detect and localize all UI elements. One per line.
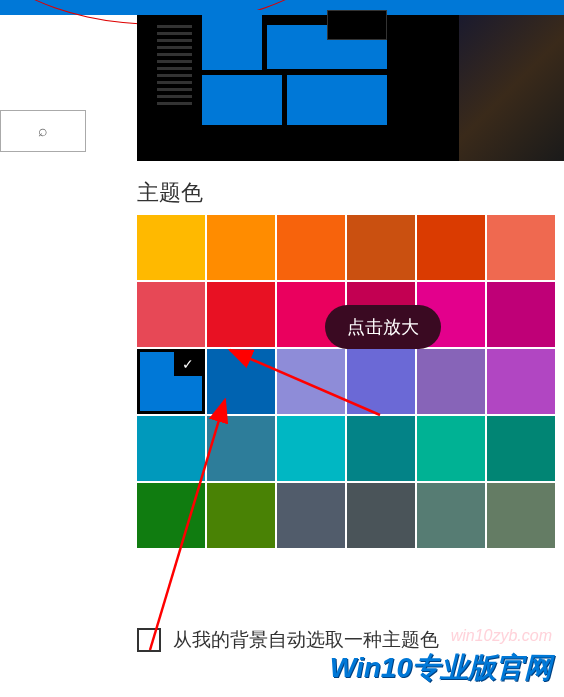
watermark-url: win10zyb.com	[451, 627, 552, 645]
color-swatch[interactable]	[487, 282, 555, 347]
preview-wallpaper	[459, 15, 564, 161]
auto-pick-color-checkbox[interactable]	[137, 628, 161, 652]
color-swatch[interactable]	[417, 483, 485, 548]
color-swatch[interactable]	[417, 349, 485, 414]
top-accent-bar	[0, 0, 564, 15]
color-swatch[interactable]: ✓	[137, 349, 205, 414]
color-swatch[interactable]	[277, 215, 345, 280]
color-swatch[interactable]	[137, 215, 205, 280]
color-swatch[interactable]	[347, 215, 415, 280]
theme-preview	[137, 15, 564, 161]
color-swatch[interactable]	[347, 349, 415, 414]
section-title-theme-color: 主题色	[137, 178, 203, 208]
color-grid: ✓	[137, 215, 554, 548]
color-swatch[interactable]	[487, 215, 555, 280]
color-swatch[interactable]	[277, 349, 345, 414]
color-swatch[interactable]	[207, 349, 275, 414]
color-swatch[interactable]	[137, 483, 205, 548]
color-swatch[interactable]	[487, 483, 555, 548]
color-swatch[interactable]	[207, 483, 275, 548]
watermark-brand: Win10专业版官网	[330, 649, 552, 687]
search-icon: ⌕	[38, 122, 48, 140]
checkmark-icon: ✓	[174, 352, 202, 376]
color-swatch[interactable]	[417, 416, 485, 481]
color-swatch[interactable]	[347, 416, 415, 481]
color-swatch[interactable]	[417, 215, 485, 280]
preview-start-tiles	[157, 25, 437, 135]
color-swatch[interactable]	[487, 349, 555, 414]
color-swatch[interactable]	[207, 215, 275, 280]
color-swatch[interactable]	[347, 483, 415, 548]
zoom-tooltip: 点击放大	[325, 305, 441, 349]
color-swatch[interactable]	[137, 416, 205, 481]
color-swatch[interactable]	[277, 483, 345, 548]
color-swatch[interactable]	[277, 416, 345, 481]
color-swatch[interactable]	[207, 416, 275, 481]
color-swatch[interactable]	[487, 416, 555, 481]
color-swatch[interactable]	[137, 282, 205, 347]
color-swatch[interactable]	[207, 282, 275, 347]
search-input[interactable]: ⌕	[0, 110, 86, 152]
